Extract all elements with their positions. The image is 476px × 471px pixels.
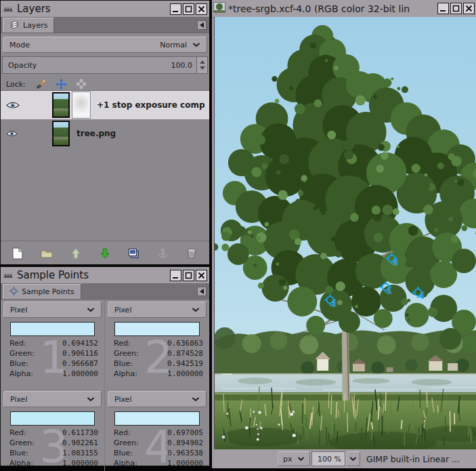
- layer-list[interactable]: +1 stop exposure comp tree.png: [1, 90, 209, 241]
- unit-dropdown[interactable]: px: [278, 451, 310, 466]
- sample-point-marker[interactable]: 1: [380, 281, 391, 293]
- blue-label: Blue:: [114, 448, 133, 458]
- tab-layers[interactable]: Layers: [3, 18, 54, 33]
- chevron-down-icon: [349, 457, 357, 462]
- green-value: 0.902261: [62, 438, 98, 448]
- sample-point-number: 2: [331, 300, 337, 308]
- layer-name[interactable]: tree.png: [77, 129, 116, 138]
- tab-menu-button[interactable]: [197, 20, 207, 30]
- chevron-down-icon: [192, 43, 200, 47]
- visibility-eye-icon[interactable]: [6, 130, 24, 138]
- image-titlebar[interactable]: *tree-srgb.xcf-4.0 (RGB color 32-bit lin: [212, 0, 476, 18]
- minimize-button[interactable]: [437, 3, 449, 14]
- delete-layer-button[interactable]: [183, 245, 200, 262]
- red-value: 0.694152: [62, 338, 98, 348]
- green-label: Green:: [9, 438, 35, 448]
- lock-pixels-button[interactable]: [35, 79, 46, 89]
- lower-layer-button[interactable]: [97, 245, 113, 262]
- close-button[interactable]: [463, 3, 475, 14]
- blue-value: 0.963538: [167, 448, 203, 458]
- layer-mask-thumbnail[interactable]: [72, 92, 90, 118]
- alpha-label: Alpha:: [9, 458, 33, 468]
- red-value: 0.636863: [167, 338, 203, 348]
- blue-label: Blue:: [9, 359, 28, 369]
- close-button[interactable]: [196, 3, 207, 15]
- layer-row[interactable]: +1 stop exposure comp: [1, 91, 209, 119]
- red-value: 0.611730: [62, 428, 98, 438]
- tab-label: Layers: [23, 21, 47, 30]
- green-label: Green:: [9, 348, 35, 359]
- dock-wave-icon: [3, 4, 14, 14]
- alpha-label: Alpha:: [9, 369, 33, 379]
- window-title: Sample Points: [17, 269, 167, 281]
- green-value: 0.906116: [62, 348, 98, 359]
- blue-value: 0.942519: [167, 359, 203, 369]
- lock-alpha-button[interactable]: [77, 79, 86, 89]
- sample-point-icon: [9, 287, 18, 298]
- sample-mode-value: Pixel: [114, 306, 131, 314]
- image-window-icon: [213, 2, 225, 15]
- red-value: 0.697005: [167, 428, 203, 438]
- status-bar: px 100 % GIMP built-in Linear ...: [212, 449, 476, 468]
- sample-point-marker[interactable]: 4: [412, 287, 424, 298]
- layers-stack-icon: [9, 20, 20, 31]
- visibility-eye-icon[interactable]: [6, 101, 24, 110]
- layer-name[interactable]: +1 stop exposure comp: [97, 100, 205, 110]
- image-window: *tree-srgb.xcf-4.0 (RGB color 32-bit lin…: [212, 0, 476, 468]
- raise-layer-button[interactable]: [68, 245, 84, 262]
- maximize-button[interactable]: [183, 270, 194, 281]
- minimize-button[interactable]: [170, 270, 181, 281]
- maximize-button[interactable]: [183, 3, 194, 15]
- alpha-label: Alpha:: [114, 369, 137, 379]
- minimize-button[interactable]: [170, 3, 181, 15]
- tree-photo: .g1{fill:#2b4719}.g2{fill:#3a5a28}.g3{fi…: [215, 17, 476, 449]
- tab-menu-button[interactable]: [197, 287, 207, 296]
- red-label: Red:: [9, 428, 26, 438]
- sample-mode-dropdown[interactable]: Pixel: [3, 391, 102, 407]
- mode-dropdown[interactable]: Mode Normal: [3, 37, 207, 53]
- anchor-layer-button[interactable]: [155, 245, 171, 262]
- chevron-down-icon: [192, 397, 200, 402]
- lock-position-button[interactable]: [56, 79, 67, 90]
- sample-point-number: 4: [419, 292, 425, 301]
- layers-titlebar[interactable]: Layers: [1, 1, 209, 18]
- alpha-value: 1.000000: [62, 369, 98, 379]
- sample-point-marker[interactable]: 3: [386, 253, 397, 264]
- new-group-button[interactable]: [39, 245, 55, 262]
- blue-label: Blue:: [114, 359, 133, 369]
- zoom-input[interactable]: 100 %: [311, 451, 345, 466]
- layer-thumbnail[interactable]: [52, 121, 70, 146]
- sample-mode-dropdown[interactable]: Pixel: [108, 391, 207, 407]
- green-value: 0.874528: [167, 348, 203, 359]
- new-layer-button[interactable]: [9, 245, 26, 262]
- alpha-value: 1.000000: [167, 369, 203, 379]
- duplicate-layer-button[interactable]: [126, 245, 142, 262]
- chevron-down-icon: [87, 397, 95, 402]
- lock-label: Lock:: [6, 80, 26, 89]
- mode-label: Mode: [9, 41, 30, 49]
- green-label: Green:: [114, 438, 139, 448]
- sample-mode-dropdown[interactable]: Pixel: [108, 302, 207, 318]
- tab-sample-points[interactable]: Sample Points: [3, 284, 81, 299]
- sample-point-marker[interactable]: 2: [324, 294, 336, 306]
- image-canvas[interactable]: .g1{fill:#2b4719}.g2{fill:#3a5a28}.g3{fi…: [214, 17, 476, 449]
- blue-label: Blue:: [9, 448, 28, 458]
- chevron-down-icon: [192, 308, 200, 312]
- zoom-dropdown-button[interactable]: [346, 451, 360, 466]
- opacity-spinner[interactable]: [196, 57, 207, 73]
- sample-points-titlebar[interactable]: Sample Points: [1, 267, 209, 284]
- close-button[interactable]: [196, 270, 207, 281]
- layer-thumbnail[interactable]: [52, 92, 70, 118]
- sample-mode-dropdown[interactable]: Pixel: [3, 302, 102, 318]
- opacity-slider[interactable]: Opacity 100.0: [2, 56, 208, 74]
- layer-row[interactable]: tree.png: [1, 119, 209, 148]
- sample-point-number: 1: [387, 287, 392, 295]
- green-value: 0.894902: [167, 438, 203, 448]
- sample-point-number: 3: [393, 258, 398, 267]
- alpha-value: 1.000000: [167, 458, 203, 468]
- sample-mode-value: Pixel: [10, 395, 27, 404]
- status-message: GIMP built-in Linear ...: [366, 449, 460, 468]
- maximize-button[interactable]: [450, 3, 462, 14]
- alpha-label: Alpha:: [114, 458, 137, 468]
- red-label: Red:: [114, 338, 131, 348]
